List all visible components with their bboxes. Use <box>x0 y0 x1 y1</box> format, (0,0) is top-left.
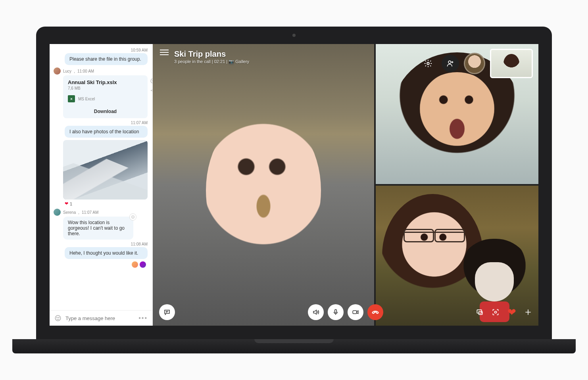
message-time: 11:07 AM <box>82 210 98 215</box>
chat-scroll[interactable]: 10:59 AM Please share the file in this g… <box>50 46 152 310</box>
camera-button[interactable] <box>348 304 363 320</box>
reaction-bar[interactable]: ❤ 1 <box>65 201 149 206</box>
svg-point-10 <box>448 61 451 63</box>
file-name: Annual Ski Trip.xslx <box>68 79 143 85</box>
author-name: Serena <box>63 210 76 215</box>
gear-icon[interactable] <box>419 55 437 72</box>
call-title: Ski Trip plans <box>174 50 249 58</box>
message-text: Wow this location is gorgeous! I can't w… <box>68 220 125 236</box>
image-attachment[interactable] <box>63 140 148 200</box>
svg-rect-11 <box>335 309 337 313</box>
timestamp: 10:59 AM <box>53 48 148 52</box>
plus-icon[interactable] <box>524 308 532 316</box>
reaction-count: 1 <box>70 202 72 206</box>
file-app: MS Excel <box>78 97 95 101</box>
speaker-button[interactable] <box>308 304 324 320</box>
svg-point-5 <box>133 217 134 217</box>
add-person-icon[interactable] <box>442 55 459 72</box>
timestamp: 11:08 AM <box>53 242 148 246</box>
svg-point-3 <box>131 215 135 219</box>
svg-point-9 <box>427 62 429 65</box>
download-button[interactable]: Download <box>68 106 143 114</box>
call-header: Ski Trip plans 3 people in the call | 02… <box>153 44 538 70</box>
svg-point-0 <box>151 79 152 83</box>
file-size: 7,6 MB <box>68 86 143 90</box>
laptop-base <box>12 339 576 353</box>
avatar <box>54 67 61 75</box>
open-chat-button[interactable] <box>159 304 175 320</box>
app-window: 10:59 AM Please share the file in this g… <box>50 44 538 326</box>
video-tile-main[interactable] <box>153 44 374 326</box>
outgoing-message[interactable]: Please share the file in this group. <box>65 53 148 65</box>
outgoing-message[interactable]: I also have photos of the location <box>65 126 148 138</box>
call-subtitle: 3 people in the call | 02:21 | 📷 Gallery <box>174 59 249 64</box>
more-icon[interactable]: ••• <box>138 315 148 322</box>
svg-rect-12 <box>353 311 357 314</box>
svg-point-4 <box>132 217 133 217</box>
file-attachment[interactable]: Annual Ski Trip.xslx 7,6 MB X MS Excel D… <box>63 75 148 118</box>
message-header: Lucy, 11:00 AM <box>54 67 149 75</box>
emoji-icon[interactable] <box>54 315 61 322</box>
screen-bezel: 10:59 AM Please share the file in this g… <box>36 27 552 339</box>
header-right <box>419 49 533 78</box>
svg-point-8 <box>59 317 60 318</box>
react-icon[interactable] <box>129 213 136 221</box>
outgoing-message[interactable]: Hehe, I thought you would like it. <box>65 247 148 259</box>
menu-icon[interactable] <box>160 50 169 55</box>
avatar <box>54 209 61 216</box>
svg-point-1 <box>152 80 152 81</box>
svg-point-7 <box>57 317 58 318</box>
forward-icon[interactable] <box>150 87 152 94</box>
chat-sidebar: 10:59 AM Please share the file in this g… <box>50 44 153 326</box>
excel-icon: X <box>68 95 75 102</box>
react-icon[interactable] <box>150 78 152 84</box>
reaction-avatars[interactable] <box>53 261 146 268</box>
share-screen-icon[interactable] <box>476 308 484 316</box>
participant-thumb[interactable] <box>464 53 485 74</box>
timestamp: 11:07 AM <box>53 121 148 125</box>
incoming-message[interactable]: Wow this location is gorgeous! I can't w… <box>63 217 133 240</box>
self-view[interactable] <box>490 49 533 78</box>
snapshot-icon[interactable] <box>492 308 500 316</box>
compose-bar: ••• <box>50 310 152 326</box>
svg-point-15 <box>495 311 497 313</box>
message-input[interactable] <box>65 315 135 321</box>
webcam-dot <box>292 34 296 37</box>
heart-icon: ❤ <box>65 201 68 206</box>
hangup-button[interactable] <box>367 304 383 320</box>
svg-point-6 <box>55 315 61 321</box>
video-grid: Ski Trip plans 3 people in the call | 02… <box>153 44 538 326</box>
call-controls: ❤ <box>153 304 538 320</box>
message-time: 11:00 AM <box>77 69 94 73</box>
laptop-frame: 10:59 AM Please share the file in this g… <box>36 27 552 353</box>
mic-button[interactable] <box>328 304 344 320</box>
author-name: Lucy <box>63 69 71 73</box>
heart-icon[interactable]: ❤ <box>507 306 516 319</box>
